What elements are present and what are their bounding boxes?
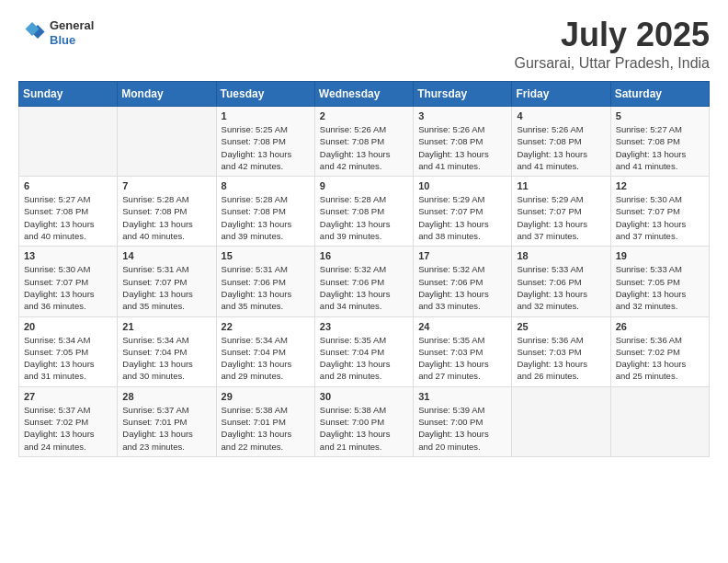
day-number: 6 xyxy=(24,180,112,191)
day-number: 2 xyxy=(320,110,408,121)
day-number: 26 xyxy=(616,321,704,332)
calendar-cell: 26Sunrise: 5:36 AM Sunset: 7:02 PM Dayli… xyxy=(610,316,709,386)
day-number: 5 xyxy=(616,110,704,121)
calendar-cell: 21Sunrise: 5:34 AM Sunset: 7:04 PM Dayli… xyxy=(118,316,216,386)
day-number: 17 xyxy=(418,250,506,261)
day-info: Sunrise: 5:29 AM Sunset: 7:07 PM Dayligh… xyxy=(517,193,605,242)
calendar-cell: 11Sunrise: 5:29 AM Sunset: 7:07 PM Dayli… xyxy=(512,177,610,247)
month-title: July 2025 xyxy=(514,18,710,52)
day-info: Sunrise: 5:26 AM Sunset: 7:08 PM Dayligh… xyxy=(418,123,506,172)
day-info: Sunrise: 5:25 AM Sunset: 7:08 PM Dayligh… xyxy=(222,123,310,172)
page-header: General Blue July 2025 Gursarai, Uttar P… xyxy=(18,18,710,72)
day-number: 16 xyxy=(320,250,408,261)
calendar-cell: 18Sunrise: 5:33 AM Sunset: 7:06 PM Dayli… xyxy=(512,247,610,316)
calendar-cell: 15Sunrise: 5:31 AM Sunset: 7:06 PM Dayli… xyxy=(216,247,314,316)
calendar-week-row: 27Sunrise: 5:37 AM Sunset: 7:02 PM Dayli… xyxy=(19,386,710,456)
logo-icon xyxy=(18,19,46,47)
day-info: Sunrise: 5:37 AM Sunset: 7:01 PM Dayligh… xyxy=(122,404,210,453)
day-number: 7 xyxy=(122,180,210,191)
calendar-cell: 14Sunrise: 5:31 AM Sunset: 7:07 PM Dayli… xyxy=(118,247,216,316)
day-info: Sunrise: 5:26 AM Sunset: 7:08 PM Dayligh… xyxy=(517,123,605,172)
weekday-header: Friday xyxy=(512,82,610,107)
calendar-cell xyxy=(19,107,118,177)
day-number: 4 xyxy=(517,110,605,121)
logo-line2: Blue xyxy=(50,33,94,48)
day-number: 18 xyxy=(517,250,605,261)
calendar-cell: 24Sunrise: 5:35 AM Sunset: 7:03 PM Dayli… xyxy=(414,316,512,386)
calendar-cell xyxy=(118,107,216,177)
day-info: Sunrise: 5:28 AM Sunset: 7:08 PM Dayligh… xyxy=(320,193,408,242)
weekday-header: Sunday xyxy=(19,82,118,107)
day-number: 14 xyxy=(122,250,210,261)
calendar-week-row: 1Sunrise: 5:25 AM Sunset: 7:08 PM Daylig… xyxy=(19,107,710,177)
calendar-cell xyxy=(512,386,610,456)
calendar-cell: 23Sunrise: 5:35 AM Sunset: 7:04 PM Dayli… xyxy=(314,316,413,386)
calendar-cell: 17Sunrise: 5:32 AM Sunset: 7:06 PM Dayli… xyxy=(414,247,512,316)
day-info: Sunrise: 5:38 AM Sunset: 7:00 PM Dayligh… xyxy=(320,404,408,453)
day-info: Sunrise: 5:33 AM Sunset: 7:05 PM Dayligh… xyxy=(616,263,704,312)
calendar-cell: 12Sunrise: 5:30 AM Sunset: 7:07 PM Dayli… xyxy=(610,177,709,247)
day-info: Sunrise: 5:35 AM Sunset: 7:04 PM Dayligh… xyxy=(320,334,408,383)
day-number: 3 xyxy=(418,110,506,121)
weekday-header: Monday xyxy=(118,82,216,107)
calendar-cell: 7Sunrise: 5:28 AM Sunset: 7:08 PM Daylig… xyxy=(118,177,216,247)
calendar-cell: 20Sunrise: 5:34 AM Sunset: 7:05 PM Dayli… xyxy=(19,316,118,386)
day-number: 25 xyxy=(517,321,605,332)
calendar-cell: 31Sunrise: 5:39 AM Sunset: 7:00 PM Dayli… xyxy=(414,386,512,456)
day-info: Sunrise: 5:37 AM Sunset: 7:02 PM Dayligh… xyxy=(24,404,112,453)
day-info: Sunrise: 5:29 AM Sunset: 7:07 PM Dayligh… xyxy=(418,193,506,242)
day-number: 23 xyxy=(320,321,408,332)
day-info: Sunrise: 5:28 AM Sunset: 7:08 PM Dayligh… xyxy=(222,193,310,242)
day-info: Sunrise: 5:38 AM Sunset: 7:01 PM Dayligh… xyxy=(222,404,310,453)
day-info: Sunrise: 5:39 AM Sunset: 7:00 PM Dayligh… xyxy=(418,404,506,453)
calendar-cell: 27Sunrise: 5:37 AM Sunset: 7:02 PM Dayli… xyxy=(19,386,118,456)
day-number: 12 xyxy=(616,180,704,191)
calendar-cell: 29Sunrise: 5:38 AM Sunset: 7:01 PM Dayli… xyxy=(216,386,314,456)
location: Gursarai, Uttar Pradesh, India xyxy=(514,55,710,72)
weekday-header: Wednesday xyxy=(314,82,413,107)
day-number: 22 xyxy=(222,321,310,332)
day-info: Sunrise: 5:26 AM Sunset: 7:08 PM Dayligh… xyxy=(320,123,408,172)
calendar-cell: 16Sunrise: 5:32 AM Sunset: 7:06 PM Dayli… xyxy=(314,247,413,316)
day-info: Sunrise: 5:31 AM Sunset: 7:06 PM Dayligh… xyxy=(222,263,310,312)
day-number: 20 xyxy=(24,321,112,332)
day-number: 27 xyxy=(24,391,112,402)
day-number: 13 xyxy=(24,250,112,261)
calendar-week-row: 6Sunrise: 5:27 AM Sunset: 7:08 PM Daylig… xyxy=(19,177,710,247)
day-number: 9 xyxy=(320,180,408,191)
day-number: 28 xyxy=(122,391,210,402)
logo: General Blue xyxy=(18,18,94,47)
calendar-cell: 19Sunrise: 5:33 AM Sunset: 7:05 PM Dayli… xyxy=(610,247,709,316)
day-number: 10 xyxy=(418,180,506,191)
calendar-cell: 13Sunrise: 5:30 AM Sunset: 7:07 PM Dayli… xyxy=(19,247,118,316)
day-info: Sunrise: 5:32 AM Sunset: 7:06 PM Dayligh… xyxy=(418,263,506,312)
day-number: 31 xyxy=(418,391,506,402)
day-number: 15 xyxy=(222,250,310,261)
logo-text: General Blue xyxy=(50,18,94,47)
day-info: Sunrise: 5:30 AM Sunset: 7:07 PM Dayligh… xyxy=(24,263,112,312)
calendar-week-row: 13Sunrise: 5:30 AM Sunset: 7:07 PM Dayli… xyxy=(19,247,710,316)
weekday-header: Thursday xyxy=(414,82,512,107)
day-number: 21 xyxy=(122,321,210,332)
day-info: Sunrise: 5:33 AM Sunset: 7:06 PM Dayligh… xyxy=(517,263,605,312)
day-info: Sunrise: 5:27 AM Sunset: 7:08 PM Dayligh… xyxy=(24,193,112,242)
calendar-cell: 3Sunrise: 5:26 AM Sunset: 7:08 PM Daylig… xyxy=(414,107,512,177)
calendar-cell: 8Sunrise: 5:28 AM Sunset: 7:08 PM Daylig… xyxy=(216,177,314,247)
day-info: Sunrise: 5:35 AM Sunset: 7:03 PM Dayligh… xyxy=(418,334,506,383)
calendar-cell: 6Sunrise: 5:27 AM Sunset: 7:08 PM Daylig… xyxy=(19,177,118,247)
day-info: Sunrise: 5:30 AM Sunset: 7:07 PM Dayligh… xyxy=(616,193,704,242)
calendar-cell: 5Sunrise: 5:27 AM Sunset: 7:08 PM Daylig… xyxy=(610,107,709,177)
day-number: 8 xyxy=(222,180,310,191)
weekday-header: Tuesday xyxy=(216,82,314,107)
day-info: Sunrise: 5:34 AM Sunset: 7:04 PM Dayligh… xyxy=(222,334,310,383)
day-number: 19 xyxy=(616,250,704,261)
calendar-week-row: 20Sunrise: 5:34 AM Sunset: 7:05 PM Dayli… xyxy=(19,316,710,386)
calendar-cell: 25Sunrise: 5:36 AM Sunset: 7:03 PM Dayli… xyxy=(512,316,610,386)
day-info: Sunrise: 5:36 AM Sunset: 7:03 PM Dayligh… xyxy=(517,334,605,383)
day-number: 1 xyxy=(222,110,310,121)
day-info: Sunrise: 5:34 AM Sunset: 7:05 PM Dayligh… xyxy=(24,334,112,383)
calendar-header-row: SundayMondayTuesdayWednesdayThursdayFrid… xyxy=(19,82,710,107)
day-info: Sunrise: 5:36 AM Sunset: 7:02 PM Dayligh… xyxy=(616,334,704,383)
calendar-cell: 30Sunrise: 5:38 AM Sunset: 7:00 PM Dayli… xyxy=(314,386,413,456)
title-area: July 2025 Gursarai, Uttar Pradesh, India xyxy=(514,18,710,72)
